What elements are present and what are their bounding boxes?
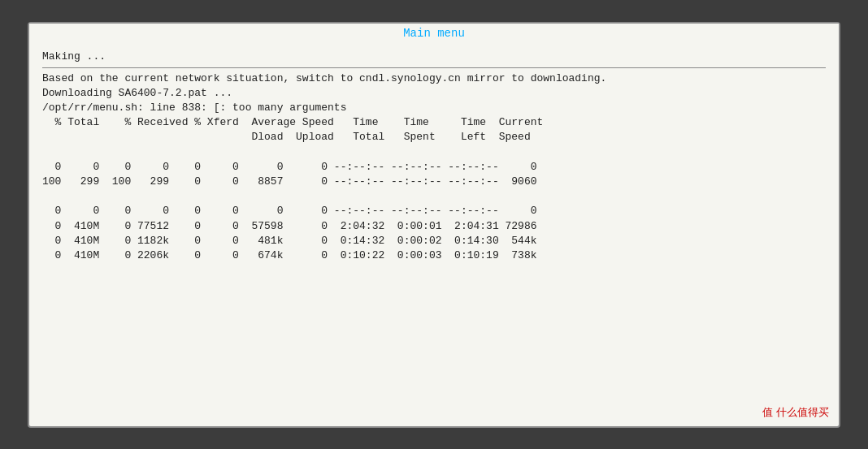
curl-row1: 0 0 0 0 0 0 0 0 --:--:-- --:--:-- --:--:…: [42, 160, 826, 175]
title-bar: Main menu: [29, 24, 839, 43]
watermark: 值 什么值得买: [762, 405, 829, 420]
curl-row5: 0 410M 0 1182k 0 0 481k 0 0:14:32 0:00:0…: [42, 234, 826, 248]
content-area: Making ... Based on the current network …: [29, 43, 839, 426]
error-line: /opt/rr/menu.sh: line 838: [: too many a…: [42, 101, 826, 115]
network-line: Based on the current network situation, …: [42, 71, 826, 86]
curl-row6: 0 410M 0 2206k 0 0 674k 0 0:10:22 0:00:0…: [42, 248, 826, 263]
blank1: [42, 145, 826, 160]
downloading-line: Downloading SA6400-7.2.pat ...: [42, 86, 826, 101]
curl-header1: % Total % Received % Xferd Average Speed…: [42, 115, 826, 130]
separator-line: [42, 67, 826, 68]
curl-header2: Dload Upload Total Spent Left Speed: [42, 130, 826, 145]
blank2: [42, 189, 826, 204]
curl-row4: 0 410M 0 77512 0 0 57598 0 2:04:32 0:00:…: [42, 219, 826, 234]
making-line: Making ...: [42, 50, 826, 64]
curl-row3: 0 0 0 0 0 0 0 0 --:--:-- --:--:-- --:--:…: [42, 204, 826, 218]
terminal-window: Main menu Making ... Based on the curren…: [28, 22, 840, 428]
curl-row2: 100 299 100 299 0 0 8857 0 --:--:-- --:-…: [42, 175, 826, 189]
